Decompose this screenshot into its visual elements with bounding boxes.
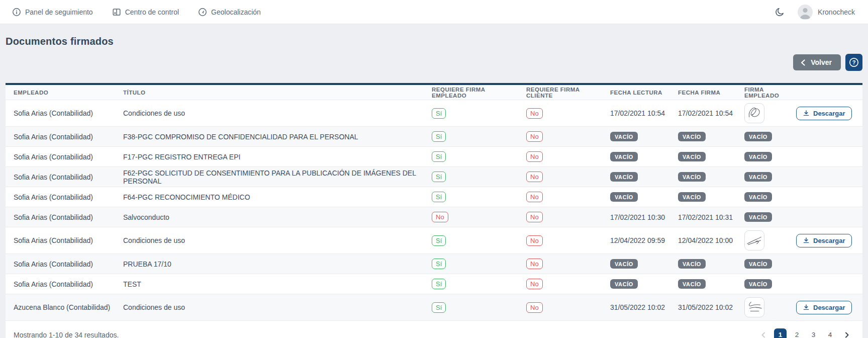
title-cell: TEST xyxy=(123,280,432,288)
user-menu[interactable]: Kronocheck xyxy=(798,5,855,20)
requires-employee-signature-cell: Sí xyxy=(432,151,526,162)
control-board-icon xyxy=(112,8,121,17)
no-badge: No xyxy=(526,259,543,269)
row-actions-cell: Descargar xyxy=(796,107,862,120)
empty-badge: VACÍO xyxy=(610,259,638,269)
table-body: Sofia Arias (Contabilidad)Condiciones de… xyxy=(6,100,862,321)
user-name: Kronocheck xyxy=(818,8,855,16)
employee-signature-cell xyxy=(744,228,796,253)
download-button[interactable]: Descargar xyxy=(796,301,852,314)
read-date-cell: VACÍO xyxy=(610,152,678,161)
help-button[interactable]: ? xyxy=(845,54,862,71)
no-badge: No xyxy=(526,108,543,119)
pagination-page-2[interactable]: 2 xyxy=(791,328,803,338)
pagination-page-1[interactable]: 1 xyxy=(774,328,787,338)
back-button-label: Volver xyxy=(811,58,832,66)
table-row: Sofia Arias (Contabilidad)Condiciones de… xyxy=(6,100,862,127)
signature-date-cell: 17/02/2021 10:54 xyxy=(678,109,744,117)
table-row: Sofia Arias (Contabilidad)SalvoconductoN… xyxy=(6,207,862,227)
signature-image xyxy=(744,230,764,250)
empty-badge: VACÍO xyxy=(744,259,772,269)
back-button[interactable]: Volver xyxy=(793,54,841,70)
title-cell: F38-PGC COMPROMISO DE CONFIDENCIALIDAD P… xyxy=(123,133,432,141)
signature-date-value: 17/02/2021 10:31 xyxy=(678,213,733,221)
nav-item-geolocalizaci-n[interactable]: Geolocalización xyxy=(198,8,261,17)
column-header-firma-empleado: FIRMA EMPLEADO xyxy=(744,87,796,99)
requires-client-signature-cell: No xyxy=(526,259,610,269)
nav-item-panel-de-seguimiento[interactable]: Panel de seguimiento xyxy=(12,8,93,17)
requires-employee-signature-cell: Sí xyxy=(432,192,526,202)
read-date-value: 31/05/2022 10:02 xyxy=(610,303,665,311)
column-header-fecha-lectura: FECHA LECTURA xyxy=(610,90,678,96)
svg-text:?: ? xyxy=(852,59,856,65)
yes-badge: Sí xyxy=(432,259,446,269)
top-bar: Panel de seguimientoCentro de controlGeo… xyxy=(0,0,868,24)
employee-signature-cell xyxy=(744,295,796,320)
requires-client-signature-cell: No xyxy=(526,212,610,222)
empty-badge: VACÍO xyxy=(744,172,772,182)
signature-date-cell: VACÍO xyxy=(678,172,744,182)
employee-cell: Sofia Arias (Contabilidad) xyxy=(14,213,123,221)
table-row: Sofia Arias (Contabilidad)F38-PGC COMPRO… xyxy=(6,127,862,147)
no-badge: No xyxy=(526,279,543,289)
empty-badge: VACÍO xyxy=(678,259,706,269)
column-header-requiere-firma-cliente: REQUIERE FIRMA CLIENTE xyxy=(526,87,610,99)
documents-table-card: EMPLEADOTÍTULOREQUIERE FIRMA EMPLEADOREQ… xyxy=(6,83,862,338)
table-row: Sofia Arias (Contabilidad)Condiciones de… xyxy=(6,227,862,254)
yes-badge: Sí xyxy=(432,192,446,202)
main-content: Documentos firmados Volver ? EMPLEADOTÍT… xyxy=(0,36,868,338)
nav-item-centro-de-control[interactable]: Centro de control xyxy=(112,8,179,17)
employee-signature-cell: VACÍO xyxy=(744,192,796,202)
yes-badge: Sí xyxy=(432,108,446,119)
read-date-cell: VACÍO xyxy=(610,132,678,141)
chevron-right-icon xyxy=(843,331,850,338)
employee-cell: Sofia Arias (Contabilidad) xyxy=(14,133,123,141)
signature-date-cell: 12/04/2022 10:00 xyxy=(678,236,744,244)
empty-badge: VACÍO xyxy=(610,172,638,182)
download-icon xyxy=(803,110,810,117)
requires-employee-signature-cell: Sí xyxy=(432,259,526,269)
requires-client-signature-cell: No xyxy=(526,108,610,119)
pagination-prev-button[interactable] xyxy=(757,331,770,338)
employee-cell: Sofia Arias (Contabilidad) xyxy=(14,193,123,201)
yes-badge: Sí xyxy=(432,302,446,313)
page-actions: Volver ? xyxy=(6,54,862,71)
nav-item-label: Panel de seguimiento xyxy=(25,8,93,16)
read-date-value: 12/04/2022 09:59 xyxy=(610,236,665,244)
download-button[interactable]: Descargar xyxy=(796,234,852,247)
signature-date-cell: 31/05/2022 10:02 xyxy=(678,303,744,311)
requires-employee-signature-cell: Sí xyxy=(432,108,526,119)
title-cell: Condiciones de uso xyxy=(123,109,432,117)
title-cell: PRUEBA 17/10 xyxy=(123,260,432,268)
signature-date-cell: VACÍO xyxy=(678,152,744,161)
employee-cell: Sofia Arias (Contabilidad) xyxy=(14,260,123,268)
pagination-page-4[interactable]: 4 xyxy=(824,328,836,338)
download-button[interactable]: Descargar xyxy=(796,107,852,120)
row-actions-cell: Descargar xyxy=(796,301,862,314)
empty-badge: VACÍO xyxy=(610,192,638,202)
table-row: Sofia Arias (Contabilidad)F64-PGC RECONO… xyxy=(6,187,862,207)
requires-employee-signature-cell: Sí xyxy=(432,302,526,313)
empty-badge: VACÍO xyxy=(744,152,772,161)
table-row: Sofia Arias (Contabilidad)F17-PGC REGIST… xyxy=(6,147,862,167)
requires-employee-signature-cell: Sí xyxy=(432,172,526,182)
pagination-page-3[interactable]: 3 xyxy=(807,328,820,338)
nav-item-label: Centro de control xyxy=(125,8,179,16)
no-badge: No xyxy=(526,192,543,202)
pagination-next-button[interactable] xyxy=(840,331,853,338)
question-circle-icon: ? xyxy=(849,57,859,67)
empty-badge: VACÍO xyxy=(678,172,706,182)
signature-date-cell: VACÍO xyxy=(678,132,744,141)
employee-signature-cell: VACÍO xyxy=(744,279,796,289)
moon-icon[interactable] xyxy=(775,7,785,17)
signature-image xyxy=(744,297,764,317)
read-date-cell: 12/04/2022 09:59 xyxy=(610,236,678,244)
table-row: Azucena Blanco (Contabilidad)Condiciones… xyxy=(6,294,862,321)
geolocation-icon xyxy=(198,8,207,17)
no-badge: No xyxy=(526,172,543,182)
empty-badge: VACÍO xyxy=(744,279,772,289)
employee-signature-cell: VACÍO xyxy=(744,212,796,222)
pagination: 1234 xyxy=(757,328,853,338)
employee-cell: Azucena Blanco (Contabilidad) xyxy=(14,303,123,311)
employee-cell: Sofia Arias (Contabilidad) xyxy=(14,236,123,244)
